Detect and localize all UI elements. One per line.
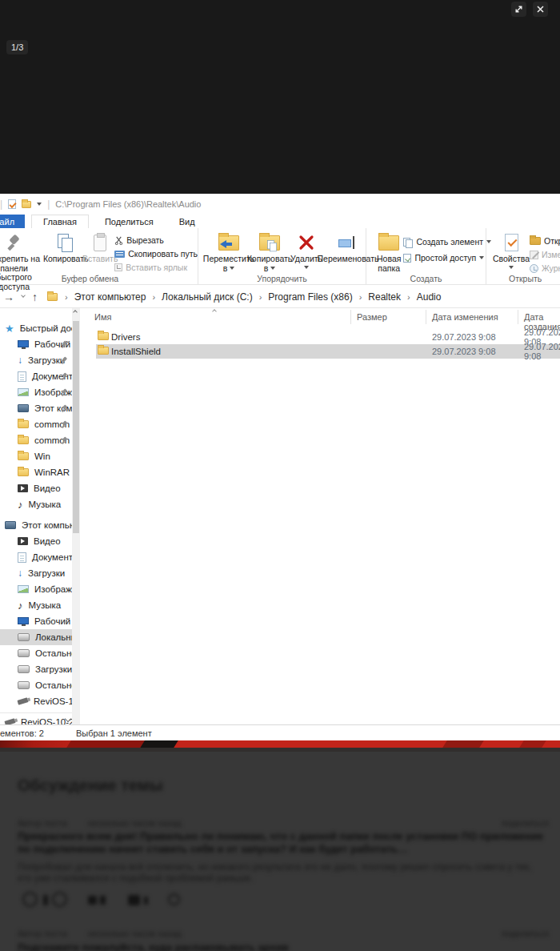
- breadcrumb-audio[interactable]: Audio: [417, 291, 442, 303]
- sidebar-item-disk-f[interactable]: Остальное (F:): [0, 677, 72, 693]
- properties-quick-icon[interactable]: [8, 199, 16, 209]
- column-divider[interactable]: [518, 310, 518, 324]
- tab-view[interactable]: Вид: [168, 215, 206, 228]
- sidebar-item-win[interactable]: Win: [0, 448, 72, 464]
- paste-button[interactable]: Вставить: [86, 231, 114, 266]
- delete-button[interactable]: Удалить: [290, 231, 323, 271]
- folder-icon: [18, 420, 29, 428]
- forward-arrow-icon[interactable]: →: [3, 291, 14, 303]
- sidebar-item-quick-access[interactable]: ★ Быстрый доступ: [0, 320, 72, 336]
- new-folder-button[interactable]: Новая папка: [374, 231, 403, 275]
- cut-button[interactable]: Вырезать: [114, 234, 198, 247]
- column-header-name[interactable]: Имя: [94, 312, 111, 322]
- pin-icon: [61, 356, 69, 365]
- move-to-button[interactable]: Переместить в: [208, 231, 250, 275]
- file-row-drivers[interactable]: Drivers 29.07.2023 9:08 29.07.2023 9:08: [96, 330, 560, 344]
- copy-to-button[interactable]: Копировать в: [250, 231, 290, 275]
- sidebar-item-pc-music[interactable]: ♪ Музыка: [0, 597, 72, 613]
- this-pc-icon: [18, 404, 29, 412]
- column-divider[interactable]: [350, 310, 351, 324]
- comment2-time-link[interactable]: несколько часов назад: [88, 929, 182, 938]
- comment-action-link[interactable]: поделиться: [502, 818, 549, 828]
- easy-access-button[interactable]: Простой доступ: [403, 251, 491, 264]
- scrollbar-thumb[interactable]: [73, 321, 79, 533]
- sidebar-item-common2[interactable]: common: [0, 432, 72, 448]
- folder-icon: [18, 452, 29, 460]
- column-header-size[interactable]: Размер: [357, 312, 387, 322]
- sidebar-item-music[interactable]: ♪ Музыка: [0, 496, 72, 512]
- copy-button[interactable]: Копировать: [46, 231, 86, 266]
- sidebar-item-local-disk-c[interactable]: Локальный диск: [0, 629, 72, 645]
- window-body: ★ Быстрый доступ Рабочий стол ↓ Загрузки: [0, 308, 560, 724]
- sidebar-item-revios-usb[interactable]: ReviOS-10-22.12: [0, 693, 72, 709]
- documents-icon: [18, 371, 26, 382]
- file-list: Имя Размер Дата изменения Дата создания …: [82, 308, 560, 724]
- tab-share[interactable]: Поделиться: [94, 215, 165, 228]
- column-divider[interactable]: [426, 310, 426, 324]
- copy-path-button[interactable]: Скопировать путь: [114, 247, 198, 260]
- bookmark-count: [144, 897, 148, 905]
- paste-shortcut-button[interactable]: Вставить ярлык: [114, 261, 198, 274]
- sidebar-item-pc-downloads[interactable]: ↓ Загрузки: [0, 565, 72, 581]
- comment2-action-link[interactable]: поделиться: [502, 929, 549, 938]
- folder-icon: [98, 347, 109, 355]
- crumb-sep-icon: ›: [259, 292, 262, 302]
- history-button[interactable]: Журнал: [530, 262, 560, 275]
- up-arrow-icon[interactable]: ↑: [32, 291, 38, 303]
- sidebar-item-this-pc-pinned[interactable]: Этот компью: [0, 400, 72, 416]
- downvote-button[interactable]: [52, 892, 67, 907]
- close-icon: [536, 5, 545, 14]
- sidebar-item-pictures-pinned[interactable]: Изображения: [0, 384, 72, 400]
- qat-customize-caret-icon[interactable]: [37, 203, 42, 206]
- desktop-icon: [18, 340, 29, 347]
- rename-button[interactable]: Переименовать: [323, 231, 373, 266]
- nav-history-caret-icon[interactable]: [21, 293, 26, 298]
- properties-button[interactable]: Свойства: [493, 231, 530, 271]
- pushpin-icon: [6, 233, 22, 251]
- bookmark-button[interactable]: [128, 895, 140, 905]
- open-button[interactable]: Открыть: [530, 235, 560, 247]
- sidebar-scrollbar[interactable]: [72, 308, 80, 724]
- sidebar-item-downloads-pinned[interactable]: ↓ Загрузки: [0, 352, 72, 368]
- edit-button[interactable]: Изменить: [530, 248, 560, 261]
- sidebar-item-disk-e[interactable]: Загрузки (E:): [0, 661, 72, 677]
- crumb-sep-icon: ›: [407, 292, 410, 302]
- new-folder-quick-icon[interactable]: [22, 201, 31, 208]
- file-row-installshield[interactable]: InstallShield 29.07.2023 9:08 29.07.2023…: [96, 344, 560, 359]
- sidebar-item-pc-video[interactable]: Видео: [0, 533, 72, 549]
- address-folder-icon[interactable]: [47, 293, 58, 301]
- expand-button[interactable]: [511, 2, 526, 17]
- breadcrumb-local-disk[interactable]: Локальный диск (C:): [162, 291, 253, 303]
- breadcrumb-realtek[interactable]: Realtek: [368, 291, 401, 303]
- pin-icon: [61, 404, 69, 413]
- sidebar-item-pc-documents[interactable]: Документы: [0, 549, 72, 565]
- tab-file[interactable]: Файл: [0, 215, 25, 228]
- tab-home[interactable]: Главная: [31, 215, 89, 228]
- sidebar-item-documents-pinned[interactable]: Документы: [0, 368, 72, 384]
- breadcrumb-program-files[interactable]: Program Files (x86): [268, 291, 352, 303]
- ribbon-group-clipboard: Закрепить на панели быстрого доступа Коп…: [0, 228, 198, 284]
- sidebar-item-desktop-pinned[interactable]: Рабочий стол: [0, 336, 72, 352]
- comment-author-link[interactable]: Автор поста: [18, 818, 67, 828]
- breadcrumb-this-pc[interactable]: Этот компьютер: [74, 291, 146, 303]
- sidebar-item-disk-d[interactable]: Остальное (D:): [0, 645, 72, 661]
- comments-count-icon[interactable]: [88, 896, 97, 905]
- sidebar-item-this-pc[interactable]: Этот компьютер: [0, 517, 72, 533]
- sidebar-item-common[interactable]: common: [0, 416, 72, 432]
- sidebar-item-video[interactable]: Видео: [0, 480, 72, 496]
- expand-icon: [514, 4, 524, 14]
- upvote-button[interactable]: [22, 892, 38, 907]
- scroll-up-icon[interactable]: [73, 310, 78, 315]
- sidebar-item-winrar[interactable]: WinRAR 5.80 Fin: [0, 464, 72, 480]
- close-button[interactable]: [533, 2, 548, 17]
- sidebar-item-pc-pictures[interactable]: Изображения: [0, 581, 72, 597]
- share-button[interactable]: [168, 893, 180, 905]
- sort-ascending-icon: [212, 309, 217, 314]
- sidebar-item-pc-desktop[interactable]: Рабочий стол: [0, 613, 72, 629]
- comment2-author-link[interactable]: Автор поста: [18, 929, 67, 938]
- new-item-button[interactable]: Создать элемент: [403, 235, 491, 248]
- sidebar-item-revios-usb-bottom[interactable]: ReviOS-10-22.12 (: [0, 716, 72, 724]
- comment-time-link[interactable]: несколько часов назад: [88, 818, 182, 828]
- pin-to-quick-access-button[interactable]: Закрепить на панели быстрого доступа: [0, 231, 46, 293]
- column-header-modified[interactable]: Дата изменения: [432, 312, 498, 322]
